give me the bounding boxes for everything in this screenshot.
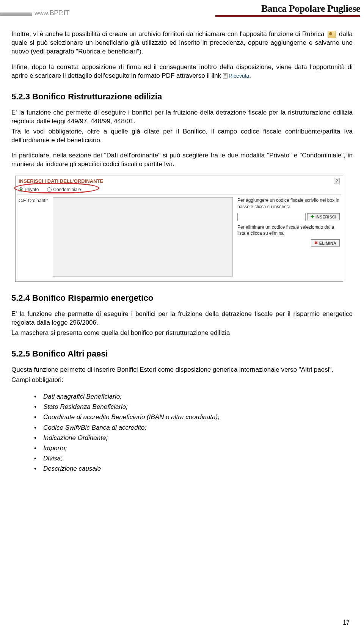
section-523-p1: E' la funzione che permette di eseguire …: [11, 108, 353, 126]
list-item: Codice Swift/Bic Banca di accredito;: [34, 423, 353, 433]
heading-524: 5.2.4 Bonifico Risparmio energetico: [11, 293, 353, 303]
hint-add: Per aggiungere un codice fiscale scrivil…: [237, 197, 340, 209]
paragraph-rubrica: Inoltre, vi è anche la possibilità di cr…: [11, 30, 353, 56]
header-right: Banca Popolare Pugliese: [215, 3, 360, 17]
radio-row: Privato Condominiale: [16, 186, 343, 195]
list-item: Importo;: [34, 443, 353, 453]
cf-listbox[interactable]: [53, 197, 233, 277]
page-number: 17: [343, 619, 350, 626]
heading-525: 5.2.5 Bonifico Altri paesi: [11, 349, 353, 359]
rubrica-icon: [328, 31, 336, 38]
section-524-p1: E' la funzione che permette di eseguire …: [11, 310, 353, 327]
heading-523: 5.2.3 Bonifico Ristrutturazione edilizia: [11, 92, 353, 102]
radio-privato[interactable]: Privato: [19, 187, 39, 192]
hint-remove: Per eliminare un codice fiscale selezion…: [237, 224, 340, 236]
para2-suffix: .: [249, 72, 251, 79]
panel-title: INSERISCI I DATI DELL'ORDINANTE: [19, 178, 103, 184]
radio-condominiale-label: Condominiale: [53, 187, 81, 192]
panel-side: Per aggiungere un codice fiscale scrivil…: [237, 197, 340, 277]
section-525-p2: Campi obbligatori:: [11, 376, 353, 385]
para2-prefix: Infine, dopo la corretta apposizione di …: [11, 63, 353, 79]
plus-icon: ✚: [311, 214, 314, 219]
list-item: Indicazione Ordinante;: [34, 433, 353, 443]
insert-row: ✚ INSERISCI: [237, 213, 340, 221]
cross-icon: ✖: [314, 240, 318, 245]
ricevuta-label: Ricevuta: [229, 72, 249, 80]
section-523-p2: Tra le voci obbligatorie, oltre a quelle…: [11, 127, 353, 145]
cf-input[interactable]: [237, 213, 306, 221]
required-fields-list: Dati anagrafici Beneficiario; Stato Resi…: [11, 391, 353, 474]
list-item: Coordinate di accredito Beneficiario (IB…: [34, 412, 353, 422]
document-icon: [223, 73, 228, 79]
radio-privato-label: Privato: [25, 187, 39, 192]
delete-label: ELIMINA: [319, 241, 336, 245]
list-item: Divisa;: [34, 453, 353, 463]
header-left: www.BPP.IT: [0, 9, 69, 17]
ricevuta-link[interactable]: Ricevuta: [223, 72, 249, 80]
header-decoration-bar: [0, 13, 32, 16]
page-header: www.BPP.IT Banca Popolare Pugliese: [0, 0, 364, 19]
section-525-p1: Questa funzione permette di inserire Bon…: [11, 366, 353, 374]
site-url: www.BPP.IT: [35, 9, 69, 17]
brand-underline: [215, 15, 360, 17]
panel-header: INSERISCI I DATI DELL'ORDINANTE ?: [16, 176, 343, 186]
radio-icon: [19, 187, 23, 192]
insert-button[interactable]: ✚ INSERISCI: [307, 213, 340, 220]
panel-body: C.F. Ordinanti* Per aggiungere un codice…: [16, 195, 343, 281]
para1-prefix: Inoltre, vi è anche la possibilità di cr…: [11, 30, 325, 38]
list-item: Descrizione causale: [34, 463, 353, 474]
radio-icon: [47, 187, 52, 192]
bank-name: Banca Popolare Pugliese: [215, 3, 360, 14]
paragraph-ricevuta: Infine, dopo la corretta apposizione di …: [11, 63, 353, 80]
cf-label: C.F. Ordinanti*: [19, 197, 48, 277]
section-524-p2: La maschera si presenta come quella del …: [11, 329, 353, 338]
help-icon[interactable]: ?: [334, 178, 340, 184]
radio-condominiale[interactable]: Condominiale: [47, 187, 81, 192]
list-item: Dati anagrafici Beneficiario;: [34, 391, 353, 402]
insert-label: INSERISCI: [315, 215, 336, 219]
section-523-p3: In particolare, nella sezione dei "Dati …: [11, 151, 353, 169]
delete-button[interactable]: ✖ ELIMINA: [311, 239, 340, 247]
ordinante-panel: INSERISCI I DATI DELL'ORDINANTE ? Privat…: [15, 176, 343, 282]
list-item: Stato Residenza Beneficiario;: [34, 402, 353, 412]
